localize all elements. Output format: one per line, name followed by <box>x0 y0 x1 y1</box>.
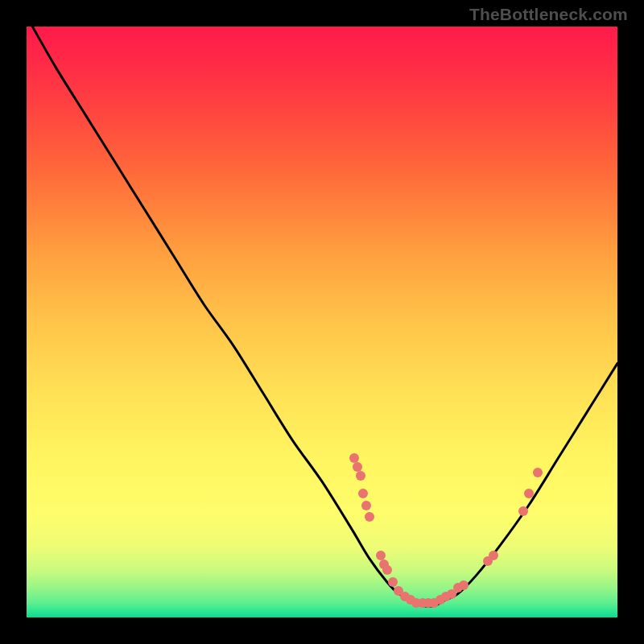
plot-area <box>27 27 617 617</box>
watermark-text: TheBottleneck.com <box>469 5 628 24</box>
chart-frame: TheBottleneck.com <box>0 0 644 644</box>
gradient-background <box>27 27 617 617</box>
